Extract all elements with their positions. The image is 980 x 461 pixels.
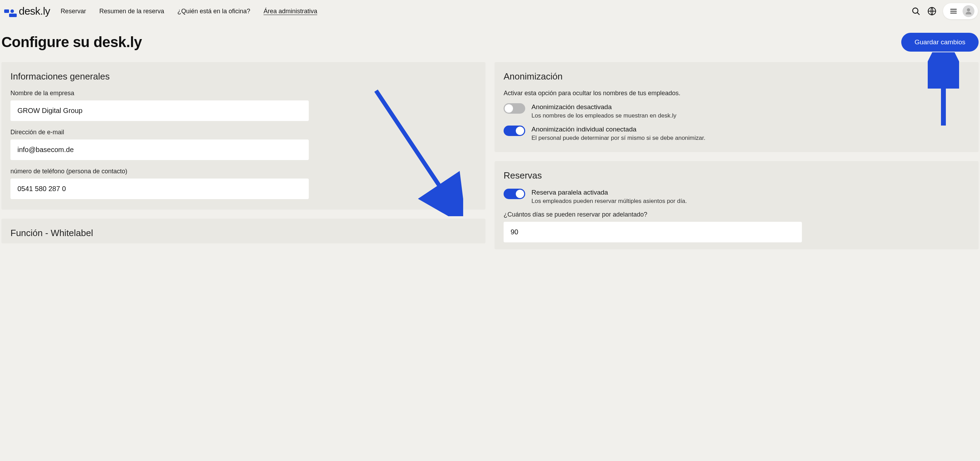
topbar: desk.ly Reservar Resumen de la reserva ¿… xyxy=(0,0,980,22)
toggle-parallel-booking[interactable] xyxy=(504,189,525,199)
days-ahead-input[interactable] xyxy=(504,222,802,242)
svg-point-6 xyxy=(967,8,970,11)
card-whitelabel: Función - Whitelabel xyxy=(2,219,485,243)
label-days-ahead: ¿Cuántos días se pueden reservar por ade… xyxy=(504,211,970,218)
toggle-anon-global[interactable] xyxy=(504,103,525,114)
save-button[interactable]: Guardar cambios xyxy=(901,33,978,52)
phone-input[interactable] xyxy=(10,179,309,199)
svg-line-1 xyxy=(917,13,919,14)
primary-nav: Reservar Resumen de la reserva ¿Quién es… xyxy=(60,8,317,15)
user-menu[interactable] xyxy=(943,3,978,19)
page-title: Configure su desk.ly xyxy=(2,34,142,51)
anon-helper: Activar esta opción para ocultar los nom… xyxy=(504,89,970,97)
topbar-right xyxy=(911,3,978,19)
card-bookings-heading: Reservas xyxy=(504,170,970,181)
card-general-info: Informaciones generales Nombre de la emp… xyxy=(2,62,485,210)
card-anonymization: Anonimización Activar esta opción para o… xyxy=(495,62,978,152)
brand-name: desk.ly xyxy=(19,5,50,17)
email-input[interactable] xyxy=(10,139,309,160)
brand-logo-mark xyxy=(4,10,17,13)
company-input[interactable] xyxy=(10,100,309,121)
nav-item-resumen[interactable]: Resumen de la reserva xyxy=(99,8,164,15)
toggle-anon-global-sub: Los nombres de los empleados se muestran… xyxy=(531,112,676,119)
label-phone: número de teléfono (persona de contacto) xyxy=(10,168,476,175)
toggle-parallel-sub: Los empleados pueden reservar múltiples … xyxy=(531,198,687,205)
nav-item-quien[interactable]: ¿Quién está en la oficina? xyxy=(177,8,250,15)
nav-item-reservar[interactable]: Reservar xyxy=(60,8,86,15)
toggle-parallel-title: Reserva paralela activada xyxy=(531,189,687,196)
nav-item-admin[interactable]: Área administrativa xyxy=(264,8,317,15)
card-whitelabel-heading: Función - Whitelabel xyxy=(10,228,476,239)
hamburger-icon xyxy=(949,6,958,16)
toggle-anon-individual-title: Anonimización individual conectada xyxy=(531,126,705,133)
search-icon[interactable] xyxy=(911,6,921,16)
label-email: Dirección de e-mail xyxy=(10,129,476,136)
page-header: Configure su desk.ly Guardar cambios xyxy=(0,22,980,62)
card-general-heading: Informaciones generales xyxy=(10,71,476,82)
globe-icon[interactable] xyxy=(927,6,937,16)
toggle-anon-individual[interactable] xyxy=(504,126,525,136)
avatar xyxy=(963,5,974,17)
toggle-anon-global-title: Anonimización desactivada xyxy=(531,103,676,111)
toggle-anon-individual-sub: El personal puede determinar por sí mism… xyxy=(531,135,705,142)
brand-logo[interactable]: desk.ly xyxy=(4,5,50,17)
card-bookings: Reservas Reserva paralela activada Los e… xyxy=(495,161,978,249)
label-company: Nombre de la empresa xyxy=(10,89,476,97)
card-anon-heading: Anonimización xyxy=(504,71,970,82)
